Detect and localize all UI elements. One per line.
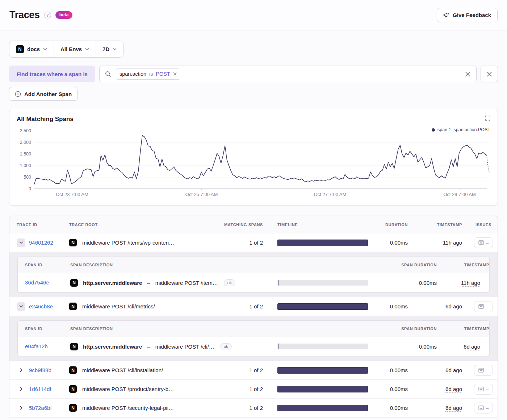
trace-id-link[interactable]: 5b72a6bf [29, 405, 52, 411]
query-row: Find traces where a span is span.action … [9, 66, 498, 82]
span-timestamp-value[interactable]: 11h ago [461, 280, 480, 287]
span-timeline-tick [278, 344, 278, 349]
remove-span-query-button[interactable] [481, 66, 498, 82]
span-timeline-tick [278, 280, 278, 286]
y-axis-tick-label: 0 [29, 186, 31, 191]
span-row[interactable]: 36d7546e N http.server.middleware – midd… [18, 273, 489, 292]
trace-id-link[interactable]: e246cb8e [29, 303, 53, 309]
collapse-row-button[interactable] [17, 238, 25, 247]
addspan-row: Add Another Span [9, 87, 498, 101]
token-operator[interactable]: is [149, 71, 153, 77]
nextjs-project-icon: N [69, 303, 77, 310]
chevron-down-icon [85, 48, 89, 50]
x-axis-tick-label: Oct 23 7:00 AM [56, 192, 88, 197]
issues-button[interactable]: – [474, 384, 493, 395]
give-feedback-button[interactable]: Give Feedback [437, 8, 498, 22]
search-icon [105, 71, 111, 77]
collapse-row-button[interactable] [17, 302, 25, 311]
token-remove-icon[interactable] [173, 72, 177, 76]
trace-id-link[interactable]: 9cb9f88b [29, 367, 51, 373]
matching-spans-value: 1 of 2 [223, 386, 277, 392]
timestamp-value[interactable]: 6d ago [445, 386, 462, 393]
span-status-badge: ok [224, 279, 235, 286]
x-axis-tick-label: Oct 25 7:00 AM [185, 192, 218, 197]
table-row[interactable]: e246cb8e N middleware POST /cli/metrics/… [9, 297, 498, 316]
issues-button[interactable]: – [474, 403, 493, 413]
col-span-timestamp: TIMESTAMP [437, 263, 489, 267]
chevron-down-icon [113, 48, 117, 50]
span-status-badge: ok [220, 343, 232, 350]
content: N docs All Envs 7D [0, 41, 507, 417]
timestamp-value[interactable]: 11h ago [443, 240, 462, 246]
matching-spans-value: 1 of 2 [223, 240, 277, 246]
duration-value: 0.00ms [368, 240, 408, 246]
table-row[interactable]: 5b72a6bf N middleware POST /security-leg… [9, 399, 498, 417]
timestamp-value[interactable]: 6d ago [445, 303, 462, 310]
trace-timeline-bar[interactable] [277, 303, 368, 310]
span-timeline-track[interactable] [277, 344, 368, 349]
table-row[interactable]: 94601262 N middleware POST /items/wp-con… [9, 233, 498, 252]
trace-timeline-bar[interactable] [277, 367, 368, 374]
span-timestamp-value[interactable]: 6d ago [464, 344, 480, 350]
clear-search-icon[interactable] [465, 71, 470, 77]
trace-timeline-bar[interactable] [277, 386, 368, 392]
span-id-link[interactable]: e04fa12b [25, 343, 48, 349]
timestamp-value[interactable]: 6d ago [445, 367, 462, 374]
table-row[interactable]: 1d6114df N middleware POST /product/sent… [9, 380, 498, 399]
trace-id-link[interactable]: 94601262 [29, 240, 53, 246]
environment-filter[interactable]: All Envs [54, 41, 96, 57]
span-row[interactable]: e04fa12b N http.server.middleware – midd… [18, 337, 489, 356]
matching-spans-value: 1 of 2 [223, 367, 277, 373]
y-axis-tick-label: 1,000 [20, 163, 31, 168]
duration-value: 0.00ms [368, 367, 408, 373]
token-value[interactable]: POST [156, 71, 170, 77]
traces-table: TRACE ID TRACE ROOT MATCHING SPANS TIMEL… [9, 216, 498, 417]
project-filter[interactable]: N docs [9, 41, 54, 57]
add-another-span-button[interactable]: Add Another Span [9, 87, 77, 101]
date-range-filter[interactable]: 7D [96, 41, 123, 57]
token-key: span.action [120, 71, 146, 77]
spans-table-header: SPAN ID SPAN DESCRIPTION SPAN DURATION T… [18, 257, 489, 273]
issues-button[interactable]: – [474, 301, 493, 312]
nextjs-project-icon: N [69, 404, 77, 412]
filter-token[interactable]: span.action is POST [116, 68, 180, 80]
nextjs-project-icon: N [69, 385, 77, 393]
page-filter-bar: N docs All Envs 7D [9, 41, 123, 58]
date-range-filter-label: 7D [102, 46, 109, 52]
chevron-down-icon [43, 48, 47, 50]
expand-row-button[interactable] [17, 385, 25, 394]
give-feedback-label: Give Feedback [453, 12, 491, 18]
help-icon[interactable]: ? [44, 12, 51, 18]
nextjs-project-icon: N [69, 239, 77, 246]
trace-root-label: middleware POST /cli/installation/ [82, 367, 163, 373]
traces-table-header: TRACE ID TRACE ROOT MATCHING SPANS TIMEL… [9, 216, 498, 233]
timestamp-value[interactable]: 6d ago [445, 405, 462, 412]
trace-root-label: middleware POST /items/wp-conten… [82, 240, 174, 246]
trace-id-link[interactable]: 1d6114df [29, 386, 51, 392]
span-description: middleware POST /cli/… [155, 344, 214, 350]
expand-row-button[interactable] [17, 404, 25, 412]
issues-button[interactable]: – [474, 237, 493, 248]
y-axis-tick-label: 500 [24, 175, 31, 180]
trace-timeline-bar[interactable] [277, 405, 368, 411]
table-row[interactable]: 9cb9f88b N middleware POST /cli/installa… [9, 361, 498, 380]
trace-timeline-bar[interactable] [277, 240, 368, 246]
chart-y-axis: 05001,0001,5002,0002,500 [9, 131, 31, 190]
fullscreen-icon[interactable] [485, 116, 490, 121]
expand-row-button[interactable] [17, 366, 25, 375]
trace-root-label: middleware POST /product/sentry-b… [82, 386, 174, 392]
y-axis-tick-label: 2,500 [20, 128, 31, 133]
span-duration-value: 0.00ms [368, 280, 437, 286]
col-span-duration: SPAN DURATION [368, 327, 437, 331]
span-timeline-track[interactable] [277, 280, 368, 286]
dash-separator: – [147, 344, 150, 350]
span-search-input[interactable]: span.action is POST [99, 66, 477, 82]
span-id-link[interactable]: 36d7546e [25, 279, 49, 286]
issues-empty-dash: – [486, 367, 489, 373]
issues-button[interactable]: – [474, 365, 493, 376]
beta-badge: beta [55, 11, 73, 19]
issues-icon [478, 387, 484, 391]
matching-spans-value: 1 of 2 [223, 303, 277, 309]
col-duration: DURATION [368, 223, 408, 227]
spans-sub-table: SPAN ID SPAN DESCRIPTION SPAN DURATION T… [17, 320, 490, 356]
